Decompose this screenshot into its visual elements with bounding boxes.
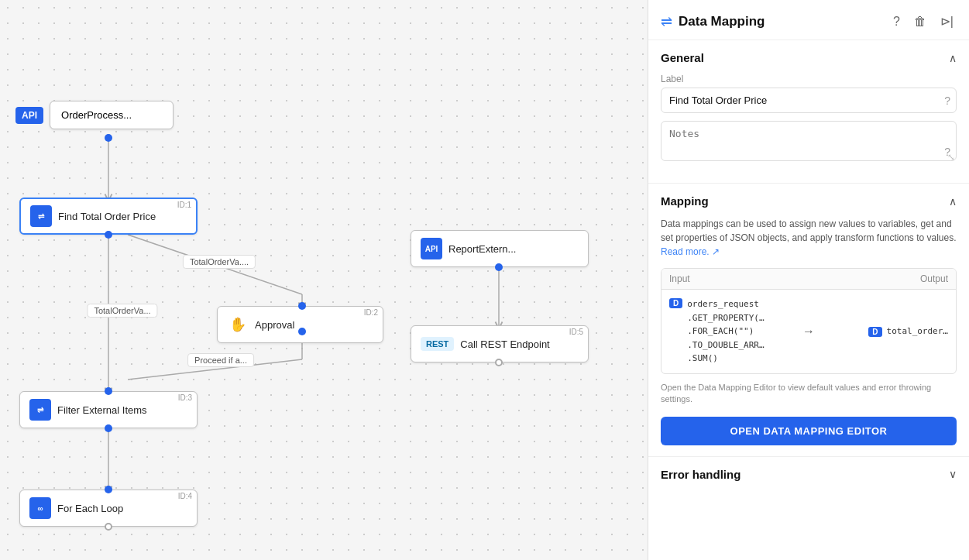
mapping-table: Input Output D orders_request .GET_PROPE…	[661, 268, 957, 374]
for-each-label: For Each Loop	[57, 503, 123, 514]
mapping-footer-text: Open the Data Mapping Editor to view def…	[661, 382, 957, 406]
output-d-badge: D	[868, 327, 881, 337]
right-panel: ⇌ Data Mapping ? 🗑 ⊳| General ∧ Label ? …	[648, 0, 969, 560]
call-rest-label: Call REST Endpoint	[460, 338, 549, 350]
conn-label-total2: TotalOrderVa...	[87, 304, 157, 318]
connector-dot-api	[105, 134, 112, 142]
error-section: Error handling ∨	[648, 457, 969, 492]
label-field-label: Label	[661, 74, 957, 84]
panel-title: Data Mapping	[679, 14, 884, 29]
connector-dot-report-bot	[495, 263, 503, 271]
find-total-id: ID:1	[177, 201, 191, 209]
panel-header: ⇌ Data Mapping ? 🗑 ⊳|	[648, 0, 969, 40]
report-extern-node[interactable]: API ReportExtern...	[411, 230, 589, 267]
col-output-header: Output	[820, 273, 948, 284]
label-input-wrapper: ?	[661, 88, 957, 113]
notes-field-group: ? ⤡	[661, 121, 957, 164]
connector-dot-filter-bot	[105, 424, 112, 432]
rest-badge: REST	[421, 337, 454, 351]
notes-textarea[interactable]	[661, 121, 957, 161]
error-section-title: Error handling	[661, 468, 740, 481]
col-arrow-header	[797, 273, 820, 284]
call-rest-node[interactable]: ID:5 REST Call REST Endpoint	[411, 325, 589, 362]
panel-icon: ⇌	[661, 13, 672, 30]
conn-label-proceed: Proceed if a...	[187, 353, 254, 367]
approval-node[interactable]: ID:2 ✋ Approval	[217, 306, 383, 343]
api-start-label: OrderProcess...	[50, 101, 174, 129]
filter-external-node[interactable]: ID:3 ⇌ Filter External Items	[19, 391, 198, 428]
connector-dot-foreach-bot	[105, 523, 112, 531]
mapping-row: D orders_request .GET_PROPERTY(… .FOR_EA…	[661, 290, 956, 373]
label-field-group: Label ?	[661, 74, 957, 113]
approval-label: Approval	[255, 319, 294, 331]
mapping-section-title: Mapping	[661, 194, 709, 208]
open-editor-button[interactable]: OPEN DATA MAPPING EDITOR	[661, 417, 957, 445]
mapping-chevron[interactable]: ∧	[949, 195, 957, 208]
mapping-section: Mapping ∧ Data mappings can be used to a…	[648, 184, 969, 457]
connector-dot-approval-top	[298, 302, 306, 310]
mapping-table-header: Input Output	[661, 269, 956, 290]
notes-textarea-wrapper: ? ⤡	[661, 121, 957, 164]
find-total-icon: ⇌	[30, 205, 52, 227]
help-button[interactable]: ?	[890, 13, 903, 30]
mapping-section-header: Mapping ∧	[661, 194, 957, 208]
for-each-icon: ∞	[29, 497, 51, 519]
connectors-svg	[0, 0, 648, 560]
report-extern-label: ReportExtern...	[448, 243, 516, 255]
mapping-output-text: total_order…	[887, 326, 948, 336]
find-total-node[interactable]: ID:1 ⇌ Find Total Order Price	[19, 198, 198, 235]
col-input-header: Input	[669, 273, 797, 284]
workflow-canvas[interactable]: API OrderProcess... ID:1 ⇌ Find Total Or…	[0, 0, 648, 560]
general-section: General ∧ Label ? ? ⤡	[648, 40, 969, 184]
resize-handle: ⤡	[947, 152, 955, 163]
approval-id: ID:2	[364, 308, 378, 317]
conn-label-total1: TotalOrderVa....	[183, 255, 256, 269]
filter-external-icon: ⇌	[29, 399, 51, 421]
label-help-icon[interactable]: ?	[944, 94, 950, 107]
mapping-input-code: orders_request .GET_PROPERTY(… .FOR_EACH…	[687, 297, 764, 366]
connector-dot-approval-bot	[298, 328, 306, 335]
approval-icon: ✋	[227, 314, 249, 335]
general-section-header: General ∧	[661, 51, 957, 64]
read-more-link[interactable]: Read more. ↗	[661, 246, 720, 257]
for-each-node[interactable]: ID:4 ∞ For Each Loop	[19, 490, 198, 527]
call-rest-id: ID:5	[569, 328, 583, 336]
mapping-input-cell: D orders_request .GET_PROPERTY(… .FOR_EA…	[669, 297, 796, 366]
delete-button[interactable]: 🗑	[911, 13, 929, 30]
filter-external-id: ID:3	[178, 393, 192, 402]
connector-dot-filter-top	[105, 387, 112, 395]
for-each-id: ID:4	[178, 492, 192, 500]
panel-header-actions: ? 🗑 ⊳|	[890, 12, 957, 30]
collapse-button[interactable]: ⊳|	[937, 12, 957, 30]
connector-dot-find-total	[105, 231, 112, 239]
error-section-header: Error handling ∨	[661, 468, 957, 481]
general-section-title: General	[661, 51, 704, 64]
report-extern-icon: API	[421, 238, 442, 259]
input-d-badge: D	[669, 298, 682, 308]
label-input[interactable]	[661, 88, 957, 113]
connector-dot-rest-bot	[495, 359, 503, 366]
api-badge: API	[15, 107, 43, 124]
general-chevron[interactable]: ∧	[949, 52, 957, 64]
mapping-arrow: →	[802, 325, 815, 338]
mapping-output-cell: D total_order…	[821, 326, 948, 337]
connector-dot-foreach-top	[105, 486, 112, 493]
mapping-desc: Data mappings can be used to assign new …	[661, 217, 957, 259]
find-total-label: Find Total Order Price	[58, 211, 156, 222]
api-start-node[interactable]: API OrderProcess...	[15, 101, 174, 129]
error-chevron[interactable]: ∨	[949, 468, 957, 480]
filter-external-label: Filter External Items	[57, 404, 147, 416]
